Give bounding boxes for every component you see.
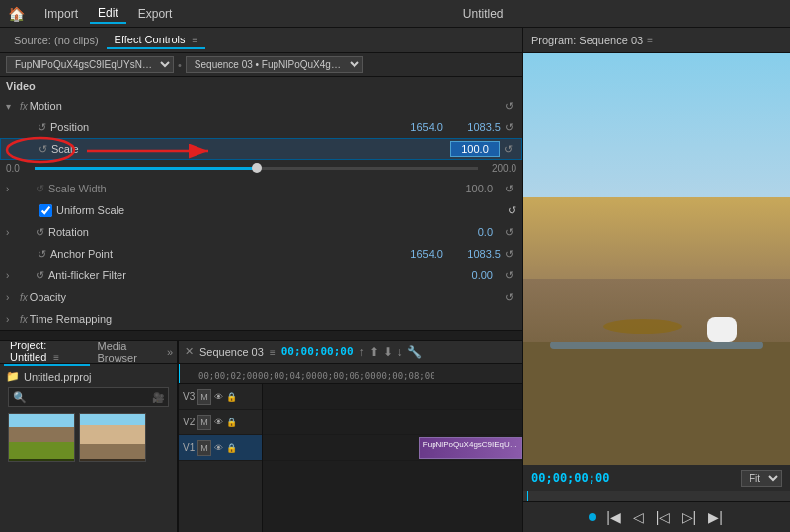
v1-lock-icon[interactable]: 🔒 [226,443,237,453]
v3-lock-icon[interactable]: 🔒 [226,392,237,402]
home-icon[interactable]: 🏠 [8,6,25,22]
v1-toggle-m[interactable]: M [198,440,211,456]
anti-flicker-value[interactable]: 0.00 [443,269,493,281]
position-value1[interactable]: 1654.0 [394,121,443,133]
filter-icon[interactable]: ⊞ [478,338,487,340]
anti-flicker-expand[interactable]: › [6,270,20,281]
v3-eye-icon[interactable]: 👁 [214,392,223,402]
thumb-label-2 [80,459,145,461]
scale-slider-handle[interactable] [252,163,262,173]
uniform-scale-checkbox[interactable] [40,204,52,217]
v3-toggle-m[interactable]: M [198,389,211,405]
tl-close-icon[interactable]: ✕ [185,345,194,358]
tl-ruler: 00;00;02;00 00;00;04;00 00;00;06;00 00;0… [179,364,522,384]
time-remapping-row[interactable]: › fx Time Remapping [0,308,522,330]
ruler-mark-2: 00;00;04;00 [258,371,317,381]
search-input[interactable] [27,392,152,403]
source-line: FupNlPoQuX4gsC9IEqUYsNrRpSUTsztq1U... • … [0,53,522,77]
opacity-expand[interactable]: › [6,292,20,303]
ruler-mark-4: 00;00;08;00 [376,371,435,381]
tl-icon-extract[interactable]: ⬆ [369,345,379,359]
rotation-reset[interactable]: ↺ [501,226,516,239]
scale-input[interactable]: 100.0 [450,141,500,157]
anchor-point-v2[interactable]: 1083.5 [451,248,501,260]
layout-icon[interactable]: ⊟ [493,338,502,340]
source-dropdown[interactable]: FupNlPoQuX4gsC9IEqUYsNrRpSUTsztq1U... [6,56,174,73]
rotation-reset-icon[interactable]: ↺ [36,226,44,239]
ctrl-step-back2[interactable]: |◁ [654,507,672,527]
motion-label: Motion [30,100,501,112]
tl-icon-wrench[interactable]: 🔧 [407,345,422,359]
anchor-reset[interactable]: ↺ [501,248,516,261]
motion-reset-icon[interactable]: ↺ [501,100,516,113]
rotation-value[interactable]: 0.0 [443,226,493,238]
tl-label-v3: V3 M 👁 🔒 [179,384,262,410]
ctrl-step-back[interactable]: |◀ [604,507,623,527]
sequence-dropdown[interactable]: Sequence 03 • FupNlPoQuX4gsC9IEqUYsNrRpS… [186,56,363,73]
time-remapping-label: Time Remapping [30,313,516,325]
v1-eye-icon[interactable]: 👁 [214,443,223,453]
menu-edit[interactable]: Edit [90,4,126,24]
tl-tracks-area: FupNlPoQuX4gsC9IEqUYsNrRpSUTS [263,384,522,532]
tl-icon-insert[interactable]: ⬇ [383,345,393,359]
anchor-point-v1[interactable]: 1654.0 [394,248,443,260]
time-remap-expand[interactable]: › [6,314,20,325]
scale-slider-track[interactable] [35,167,478,170]
position-reset-icon[interactable]: ↺ [38,121,46,134]
tab-effect-controls[interactable]: Effect Controls ≡ [107,32,206,49]
opacity-row[interactable]: › fx Opacity ↺ [0,286,522,308]
lower-left: Project: Untitled ≡ Media Browser » 📁 Un… [0,340,522,532]
scale-width-expand[interactable]: › [6,184,20,194]
fx-badge-opacity: fx [20,292,28,303]
program-controls: |◀ ◁ |◁ ▷| ▶| [523,502,790,532]
source-separator: • [178,59,182,71]
tl-body: V3 M 👁 🔒 V2 M 👁 🔒 V1 [179,384,522,532]
anti-flicker-reset[interactable]: ↺ [501,269,516,282]
program-time-display: 00;00;00;00 [531,471,609,485]
v2-eye-icon[interactable]: 👁 [214,418,223,427]
scale-reset[interactable]: ↺ [500,143,515,156]
v2-toggle-m[interactable]: M [198,415,211,430]
rotation-expand[interactable]: › [6,227,20,238]
menu-import[interactable]: Import [37,5,86,23]
position-value2[interactable]: 1083.5 [451,121,501,133]
video-section-header: Video [0,77,522,95]
scale-width-value[interactable]: 100.0 [443,183,493,194]
menu-export[interactable]: Export [130,5,181,23]
v2-lock-icon[interactable]: 🔒 [226,418,237,427]
savanna-zebra [707,317,737,342]
thumbnail-1[interactable] [8,413,75,462]
anti-flicker-label: Anti-flicker Filter [48,269,443,281]
tab-project[interactable]: Project: Untitled ≡ [4,339,90,366]
v2-name: V2 [183,417,195,427]
panel-tabs: Source: (no clips) Effect Controls ≡ [0,28,522,53]
tab-media-browser[interactable]: Media Browser [92,340,163,365]
position-reset[interactable]: ↺ [501,121,516,134]
tl-icon-overwrite[interactable]: ↓ [397,345,403,359]
anchor-reset-icon[interactable]: ↺ [38,248,46,261]
settings-icon[interactable]: ⊠ [508,338,516,340]
ctrl-play-forward[interactable]: ▷| [680,507,699,527]
expand-icon[interactable]: » [167,346,173,358]
fx-badge-timeremap: fx [20,314,28,325]
program-menu-icon: ≡ [647,35,653,45]
opacity-reset[interactable]: ↺ [501,291,516,304]
ctrl-play-back[interactable]: ◁ [631,507,646,527]
scale-width-reset-icon[interactable]: ↺ [36,183,44,195]
anti-flicker-reset-icon[interactable]: ↺ [36,269,44,282]
tl-clip-v1[interactable]: FupNlPoQuX4gsC9IEqUYsNrRpSUTS [419,437,522,459]
fit-dropdown[interactable]: Fit [741,470,782,487]
uniform-scale-reset[interactable]: ↺ [508,204,516,217]
program-preview [523,53,790,465]
scale-reset-icon[interactable]: ↺ [39,143,47,156]
ctrl-step-forward[interactable]: ▶| [706,507,725,527]
tl-icon-lift[interactable]: ↑ [359,345,365,359]
search-clear-icon[interactable]: 🎥 [152,392,164,403]
motion-row[interactable]: ▾ fx Motion ↺ [0,95,522,116]
ctrl-marker[interactable] [589,513,596,521]
main-layout: Source: (no clips) Effect Controls ≡ Fup… [0,28,790,532]
thumbnail-2[interactable] [79,413,146,462]
tab-source[interactable]: Source: (no clips) [6,33,107,48]
scale-width-reset[interactable]: ↺ [501,183,516,195]
motion-expand-icon[interactable]: ▾ [6,101,20,112]
